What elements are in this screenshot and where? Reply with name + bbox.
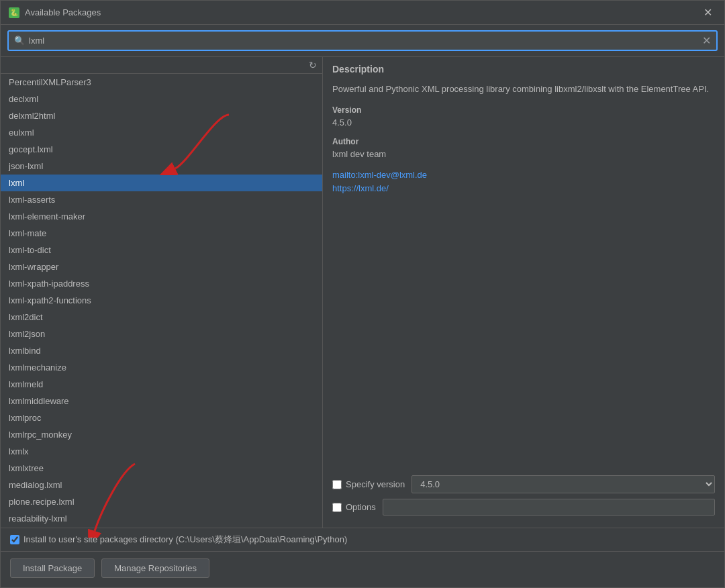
version-select[interactable]: 4.5.0 4.4.2 4.4.1 4.3.0: [412, 475, 715, 493]
specify-version-label[interactable]: Specify version: [332, 479, 405, 489]
desc-links: mailto:lxml-dev@lxml.de https://lxml.de/: [332, 168, 715, 197]
email-link[interactable]: mailto:lxml-dev@lxml.de: [332, 168, 715, 183]
package-item[interactable]: lxml-wrapper: [1, 258, 322, 275]
package-item[interactable]: lxml-asserts: [1, 191, 322, 208]
install-path-label: Install to user's site packages director…: [23, 534, 347, 546]
description-section: Description Powerful and Pythonic XML pr…: [323, 57, 724, 528]
search-input-wrapper: 🔍 ✕: [7, 30, 718, 51]
list-header: ↻: [1, 57, 322, 74]
package-item[interactable]: lxmlmiddleware: [1, 393, 322, 409]
package-item[interactable]: lxml2dict: [1, 309, 322, 326]
search-bar: 🔍 ✕: [1, 25, 724, 57]
author-value: lxml dev team: [332, 149, 715, 159]
install-path-checkbox[interactable]: [10, 535, 19, 544]
version-label: Version: [332, 105, 715, 115]
app-icon: 🐍: [9, 7, 19, 18]
search-clear-button[interactable]: ✕: [702, 34, 711, 47]
package-item[interactable]: lxml2json: [1, 326, 322, 342]
refresh-icon[interactable]: ↻: [309, 60, 317, 70]
version-value: 4.5.0: [332, 117, 715, 128]
package-item[interactable]: declxml: [1, 91, 322, 107]
options-checkbox[interactable]: [332, 503, 342, 512]
package-item[interactable]: PercentilXMLParser3: [1, 74, 322, 91]
package-item[interactable]: lxml: [1, 175, 322, 191]
action-buttons: Install Package Manage Repositories: [1, 551, 724, 587]
close-button[interactable]: ✕: [699, 5, 716, 20]
package-item[interactable]: lxml-element-maker: [1, 208, 322, 225]
install-path-row: Install to user's site packages director…: [1, 528, 724, 551]
package-item[interactable]: readability-lxml: [1, 510, 322, 527]
author-label: Author: [332, 137, 715, 146]
package-item[interactable]: lxml-mate: [1, 225, 322, 242]
search-input[interactable]: [29, 36, 698, 46]
main-content: ↻ PercentilXMLParser3declxmldelxml2htmle…: [1, 57, 724, 528]
title-bar: 🐍 Available Packages ✕: [1, 1, 724, 25]
description-text: Powerful and Pythonic XML processing lib…: [332, 83, 715, 96]
package-item[interactable]: lxmlmeld: [1, 376, 322, 393]
options-label: Options: [332, 502, 376, 512]
package-item[interactable]: medialog.lxml: [1, 477, 322, 493]
package-item[interactable]: lxmlbind: [1, 342, 322, 359]
specify-version-row: Specify version 4.5.0 4.4.2 4.4.1 4.3.0: [332, 475, 715, 493]
options-row: Options: [332, 499, 715, 516]
package-item[interactable]: lxmlx: [1, 443, 322, 460]
dialog-title: Available Packages: [25, 7, 101, 17]
package-item[interactable]: lxmlproc: [1, 409, 322, 426]
package-item[interactable]: eulxml: [1, 124, 322, 141]
available-packages-dialog: 🐍 Available Packages ✕ 🔍 ✕ ↻ PercentilXM…: [0, 0, 725, 588]
package-list-section: ↻ PercentilXMLParser3declxmldelxml2htmle…: [1, 57, 323, 528]
package-item[interactable]: json-lxml: [1, 158, 322, 175]
title-bar-left: 🐍 Available Packages: [9, 7, 101, 18]
package-item[interactable]: gocept.lxml: [1, 141, 322, 158]
package-item[interactable]: lxml-xpath2-functions: [1, 292, 322, 309]
search-icon: 🔍: [14, 36, 25, 46]
package-item[interactable]: lxml-xpath-ipaddress: [1, 275, 322, 292]
install-package-button[interactable]: Install Package: [10, 558, 95, 578]
package-item[interactable]: lxmlmechanize: [1, 359, 322, 376]
package-item[interactable]: delxml2html: [1, 107, 322, 124]
package-item[interactable]: lxmlxtree: [1, 460, 322, 477]
website-link[interactable]: https://lxml.de/: [332, 182, 715, 196]
package-item[interactable]: lxmlrpc_monkey: [1, 426, 322, 443]
description-title: Description: [332, 64, 715, 75]
manage-repositories-button[interactable]: Manage Repositories: [101, 558, 209, 578]
specify-version-checkbox[interactable]: [332, 480, 342, 489]
package-list: PercentilXMLParser3declxmldelxml2htmleul…: [1, 74, 322, 528]
package-item[interactable]: lxml-to-dict: [1, 242, 322, 258]
options-input[interactable]: [383, 499, 715, 516]
package-item[interactable]: plone.recipe.lxml: [1, 493, 322, 510]
